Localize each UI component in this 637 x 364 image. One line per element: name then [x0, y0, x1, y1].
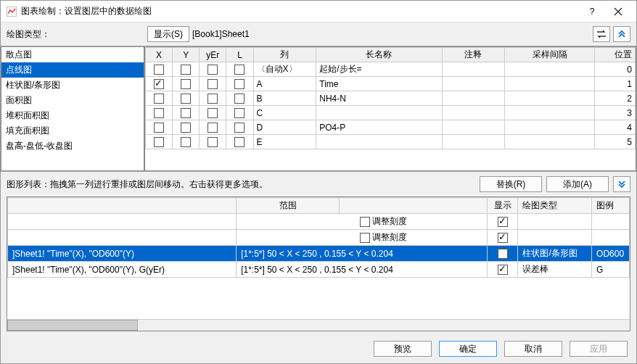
- col-header-longname[interactable]: 长名称: [316, 48, 442, 62]
- swap-button[interactable]: [593, 26, 610, 42]
- layer-header-range[interactable]: 范围: [237, 198, 340, 214]
- data-row[interactable]: DPO4-P4: [146, 120, 636, 135]
- collapse-down-button[interactable]: [613, 176, 630, 192]
- cell-col: E: [253, 135, 316, 149]
- data-row[interactable]: C3: [146, 106, 636, 120]
- cell-an: [442, 91, 505, 106]
- cell-show: [487, 246, 518, 262]
- horizontal-scrollbar[interactable]: [7, 319, 630, 331]
- rescale-checkbox[interactable]: [360, 217, 370, 227]
- cell-show: [487, 262, 518, 278]
- checkbox-x[interactable]: [154, 123, 164, 133]
- replace-button[interactable]: 替换(R): [480, 176, 542, 192]
- collapse-up-button[interactable]: [613, 26, 630, 42]
- titlebar: 图表绘制：设置图层中的数据绘图 ?: [1, 1, 636, 22]
- cell-col: D: [253, 120, 316, 135]
- col-header-y[interactable]: Y: [173, 48, 200, 62]
- plot-type-item[interactable]: 堆积面积图: [1, 108, 144, 123]
- help-button[interactable]: ?: [580, 4, 604, 19]
- cell-ln: NH4-N: [316, 91, 442, 106]
- layer-row[interactable]: ]Sheet1! "Time"(X), "OD600"(Y)[1*:5*] 50…: [8, 246, 630, 262]
- plot-type-item[interactable]: 盘高-盘低-收盘图: [1, 138, 144, 154]
- checkbox-yer[interactable]: [207, 94, 218, 104]
- layer-header-blank[interactable]: [8, 198, 237, 214]
- show-checkbox[interactable]: [498, 249, 508, 259]
- plot-type-item[interactable]: 点线图: [1, 62, 144, 78]
- show-checkbox[interactable]: [498, 217, 508, 227]
- checkbox-x[interactable]: [154, 94, 164, 104]
- checkbox-x[interactable]: [154, 137, 164, 147]
- ok-button[interactable]: 确定: [439, 341, 497, 357]
- col-header-sample[interactable]: 采样间隔: [505, 48, 595, 62]
- layer-table-wrap: 范围 显示 绘图类型 图例 调整刻度 调整刻度]Sheet1! "Time"(X…: [7, 197, 630, 331]
- add-button[interactable]: 添加(A): [546, 176, 609, 192]
- checkbox-x[interactable]: [154, 79, 164, 89]
- cell-type: [518, 230, 592, 246]
- app-icon: [7, 7, 17, 17]
- checkbox-x[interactable]: [154, 65, 164, 75]
- layer-header-show[interactable]: 显示: [487, 198, 518, 214]
- layer-header-type[interactable]: 绘图类型: [518, 198, 592, 214]
- cell-an: [442, 62, 505, 77]
- layer-row[interactable]: 调整刻度: [8, 230, 630, 246]
- plot-type-item[interactable]: 散点图: [1, 47, 144, 62]
- cell-legend: G: [592, 262, 630, 278]
- checkbox-x[interactable]: [154, 108, 164, 118]
- checkbox-l[interactable]: [234, 65, 244, 75]
- checkbox-yer[interactable]: [207, 108, 218, 118]
- layer-row[interactable]: ]Sheet1! "Time"(X), "OD600"(Y), G(yEr)[1…: [8, 262, 630, 278]
- col-header-x[interactable]: X: [146, 48, 173, 62]
- toolbar: 绘图类型： 显示(S) [Book1]Sheet1: [1, 22, 636, 46]
- rescale-checkbox[interactable]: [360, 233, 370, 243]
- show-button[interactable]: 显示(S): [147, 26, 189, 42]
- cell-show: [487, 230, 518, 246]
- data-row[interactable]: ATime1: [146, 77, 636, 91]
- data-row[interactable]: BNH4-N2: [146, 91, 636, 106]
- col-header-annot[interactable]: 注释: [442, 48, 505, 62]
- col-header-col[interactable]: 列: [253, 48, 316, 62]
- apply-button[interactable]: 应用: [570, 341, 628, 357]
- cell-si: [505, 91, 595, 106]
- checkbox-y[interactable]: [181, 79, 191, 89]
- show-checkbox[interactable]: [498, 233, 508, 243]
- lower-pane: 范围 显示 绘图类型 图例 调整刻度 调整刻度]Sheet1! "Time"(X…: [1, 197, 636, 334]
- checkbox-l[interactable]: [234, 79, 244, 89]
- layer-header-legend[interactable]: 图例: [592, 198, 630, 214]
- col-header-yer[interactable]: yEr: [200, 48, 226, 62]
- checkbox-y[interactable]: [181, 65, 191, 75]
- col-header-l[interactable]: L: [226, 48, 253, 62]
- col-header-pos[interactable]: 位置: [595, 48, 636, 62]
- preview-button[interactable]: 预览: [374, 341, 432, 357]
- plot-type-item[interactable]: 柱状图/条形图: [1, 78, 144, 93]
- layer-row[interactable]: 调整刻度: [8, 214, 630, 230]
- data-row[interactable]: 〈自动X〉起始/步长=0: [146, 62, 636, 77]
- cell-source: ]Sheet1! "Time"(X), "OD600"(Y): [8, 246, 237, 262]
- checkbox-y[interactable]: [181, 123, 191, 133]
- checkbox-yer[interactable]: [207, 79, 218, 89]
- checkbox-l[interactable]: [234, 137, 244, 147]
- close-button[interactable]: [606, 4, 630, 19]
- checkbox-l[interactable]: [234, 108, 244, 118]
- cell-pos: 0: [595, 62, 636, 77]
- show-checkbox[interactable]: [498, 265, 508, 275]
- checkbox-y[interactable]: [181, 108, 191, 118]
- checkbox-y[interactable]: [181, 94, 191, 104]
- scrollbar-thumb[interactable]: [7, 320, 138, 331]
- plot-type-item[interactable]: 填充面积图: [1, 123, 144, 138]
- cancel-button[interactable]: 取消: [504, 341, 562, 357]
- checkbox-yer[interactable]: [207, 137, 218, 147]
- cell-type: 误差棒: [518, 262, 592, 278]
- checkbox-yer[interactable]: [207, 123, 218, 133]
- checkbox-l[interactable]: [234, 94, 244, 104]
- checkbox-l[interactable]: [234, 123, 244, 133]
- cell-type: 柱状图/条形图: [518, 246, 592, 262]
- cell-pos: 3: [595, 106, 636, 120]
- checkbox-yer[interactable]: [207, 65, 218, 75]
- cell-si: [505, 62, 595, 77]
- data-columns-table-wrap: X Y yEr L 列 长名称 注释 采样间隔 位置 〈自动X〉起始/步长=0A…: [144, 46, 636, 171]
- checkbox-y[interactable]: [181, 137, 191, 147]
- data-row[interactable]: E5: [146, 135, 636, 149]
- layer-header-blank2[interactable]: [340, 198, 487, 214]
- plot-type-item[interactable]: 面积图: [1, 93, 144, 108]
- plot-type-list[interactable]: 散点图点线图柱状图/条形图面积图堆积面积图填充面积图盘高-盘低-收盘图: [1, 46, 144, 171]
